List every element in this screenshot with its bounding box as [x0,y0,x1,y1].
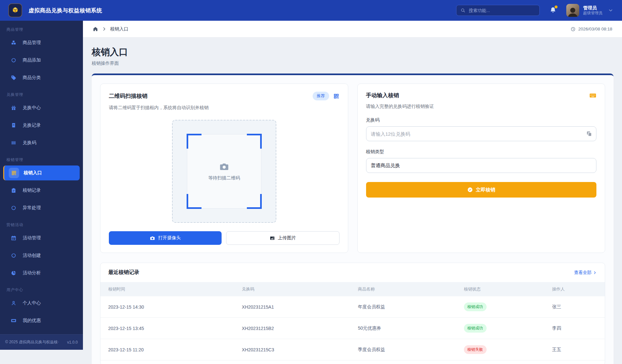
sidebar-section-label: 用户中心 [0,283,83,296]
sidebar-item-1-1[interactable]: 兑换记录 [0,118,83,133]
qr-card-description: 请将二维码置于扫描框内，系统将自动识别并核销 [109,105,340,111]
sidebar-section-label: 核销管理 [0,153,83,165]
paste-icon[interactable] [586,131,592,137]
sidebar-item-3-1[interactable]: 活动创建 [0,248,83,263]
user-role: 超级管理员 [583,11,603,16]
check-circle-icon [467,187,473,193]
sidebar-item-label: 活动创建 [23,253,41,258]
calendar-icon [11,235,17,241]
column-header: 核销状态 [456,282,544,296]
record-row: 2023-12-15 11:20 XH20231215C3 季度会员权益 核销失… [100,339,605,360]
manual-card-title: 手动输入核销 [366,92,399,99]
sidebar-item-label: 商品添加 [23,57,41,63]
copyright-text: © 2025 虚拟商品兑换与权益核⋯ [5,339,59,345]
circle-icon [11,205,17,211]
content: 核销入口 核销操作界面 二维码扫描核销 推荐 请将二维码置于扫描框内，系统将自动… [83,38,622,364]
sidebar-item-2-0[interactable]: 核销入口 [3,165,80,180]
sidebar-item-label: 活动管理 [23,235,41,241]
open-camera-label: 打开摄像头 [158,235,181,241]
sidebar-item-label: 活动分析 [23,270,41,276]
redeem-code-input[interactable] [366,126,597,141]
sidebar-item-label: 个人中心 [23,300,41,306]
sidebar-item-3-2[interactable]: 活动分析 [0,266,83,280]
app-logo [8,4,22,17]
sidebar-item-3-0[interactable]: 活动管理 [0,231,83,245]
app-title: 虚拟商品兑换与权益核销系统 [29,7,102,14]
sidebar-item-label: 兑换码 [23,140,36,146]
sidebar-item-2-1[interactable]: 核销记录 [0,183,83,198]
cell-time: 2023-12-15 14:30 [100,296,234,318]
active-icon-chip [9,168,19,178]
qr-code-icon [333,93,340,99]
sidebar-item-label: 商品分类 [23,75,41,81]
user-meta: 管理员 超级管理员 [583,5,603,16]
breadcrumb: 核销入口 [93,26,128,32]
upload-image-label: 上传图片 [278,235,296,241]
cell-operator: 李四 [544,318,605,339]
sidebar-item-4-0[interactable]: 个人中心 [0,296,83,311]
chevron-right-icon [593,270,597,275]
page-subtitle: 核销操作界面 [92,61,614,66]
breadcrumb-bar: 核销入口 2026/03/08 08:18 [83,21,622,38]
search-input[interactable] [469,8,536,13]
current-time: 2026/03/08 08:18 [570,27,612,32]
sidebar-item-2-2[interactable]: 异常处理 [0,200,83,215]
code-field-label: 兑换码 [366,117,597,123]
sidebar-item-1-2[interactable]: 兑换码 [0,135,83,150]
global-search[interactable] [456,5,540,16]
open-camera-button[interactable]: 打开摄像头 [109,231,222,245]
status-badge: 核销成功 [464,302,487,311]
page-title: 核销入口 [92,46,614,58]
cell-code: XH20231215A1 [234,296,350,318]
sidebar-item-label: 兑换记录 [23,122,41,128]
sidebar-section-label: 商品管理 [0,23,83,35]
keyboard-icon [589,92,596,99]
recent-records-card: 最近核销记录 查看全部 核销时间兑换码商品名称核销状态操作人 2023-12-1… [100,263,605,364]
sidebar-item-0-1[interactable]: 商品添加 [0,53,83,68]
verify-now-button[interactable]: 立即核销 [366,182,597,198]
user-avatar[interactable] [566,4,579,17]
app-header: 虚拟商品兑换与权益核销系统 管理员 超级管理员 [0,0,622,21]
sidebar-nav: 商品管理商品管理商品添加商品分类兑换管理兑换中心兑换记录兑换码核销管理核销入口核… [0,21,83,334]
sidebar: 商品管理商品管理商品添加商品分类兑换管理兑换中心兑换记录兑换码核销管理核销入口核… [0,21,83,350]
chevron-down-icon[interactable] [608,7,614,13]
notification-dot [555,6,558,8]
manual-card-description: 请输入完整的兑换码进行核销验证 [366,104,597,109]
circle-icon [11,57,17,63]
column-header: 操作人 [544,282,605,296]
clock-icon [570,27,576,32]
column-header: 兑换码 [234,282,350,296]
timestamp-text: 2026/03/08 08:18 [578,27,612,31]
boxes-icon [11,40,17,46]
sidebar-item-0-0[interactable]: 商品管理 [0,35,83,50]
circle-icon [11,253,17,258]
home-icon[interactable] [93,26,98,32]
upload-image-button[interactable]: 上传图片 [226,231,340,245]
cell-code: XH20231215B2 [234,318,350,339]
sidebar-item-label: 异常处理 [23,205,41,211]
cell-product: 50元优惠券 [350,318,456,339]
sidebar-item-label: 我的优惠 [23,318,41,324]
cell-operator: 王五 [544,339,605,360]
qr-icon [11,170,17,176]
notification-bell[interactable] [549,6,557,14]
sidebar-item-0-2[interactable]: 商品分类 [0,70,83,85]
tag-icon [11,75,17,81]
sidebar-item-4-1[interactable]: 我的优惠 [0,313,83,328]
recommended-badge: 推荐 [313,92,329,100]
column-header: 商品名称 [350,282,456,296]
cell-code: XH20231215C3 [234,339,350,360]
qr-scan-card: 二维码扫描核销 推荐 请将二维码置于扫描框内，系统将自动识别并核销 [100,84,348,253]
status-badge: 核销成功 [464,324,487,333]
main-area: 核销入口 2026/03/08 08:18 核销入口 核销操作界面 二维码扫描核… [83,21,622,364]
clipboard-check-icon [11,188,17,193]
cell-product: 季度会员权益 [350,339,456,360]
verification-type-select[interactable]: 普通商品兑换 [366,158,597,173]
view-all-link[interactable]: 查看全部 [574,270,597,276]
status-badge: 核销失败 [464,345,487,354]
scan-hint: 等待扫描二维码 [208,175,240,181]
sidebar-item-label: 核销入口 [24,170,42,176]
sidebar-item-1-0[interactable]: 兑换中心 [0,100,83,115]
chevron-right-icon [101,26,107,32]
view-all-label: 查看全部 [574,270,592,276]
